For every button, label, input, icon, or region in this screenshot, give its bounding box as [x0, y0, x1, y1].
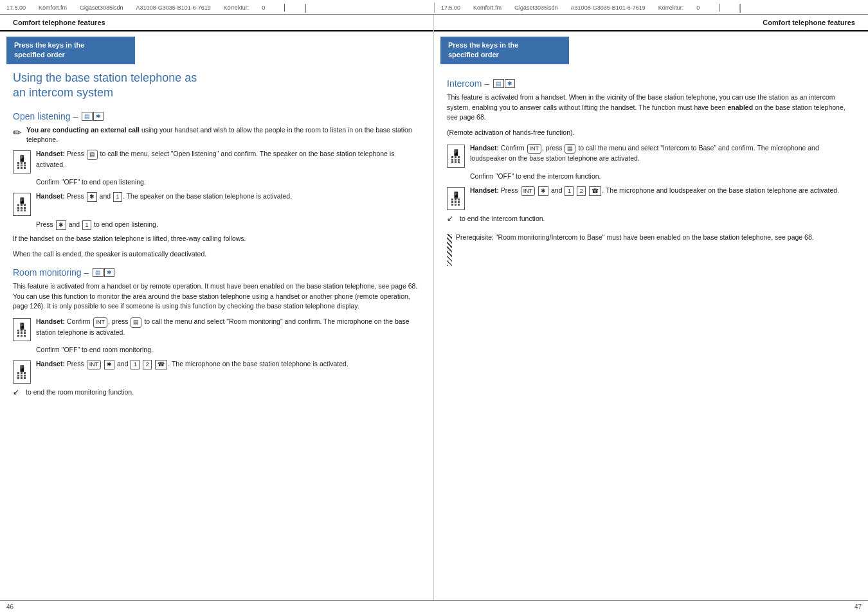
right-version: 17.5.00	[441, 4, 460, 11]
handset-instr-1-row: 📱 Handset: Press ▤ to call the menu, sel…	[13, 149, 420, 173]
room-monitoring-icon: ▤ ✱	[93, 268, 114, 277]
left-korrektur-value: 0	[262, 4, 265, 11]
left-version: 17.5.00	[6, 4, 26, 11]
menu-btn-right-1: ▤	[565, 144, 575, 154]
right-page-number: 47	[854, 603, 862, 610]
end-room-monitoring-row: ↙ to end the room monitoring function.	[13, 387, 420, 398]
key-star-3: ✱	[104, 360, 114, 370]
key-1: 1	[131, 360, 140, 370]
confirm-off-intercom: Confirm "OFF" to end the intercom functi…	[470, 172, 855, 182]
key-star-right-1: ✱	[538, 186, 548, 197]
grid-dots-3	[17, 330, 26, 337]
left-device: Gigaset3035isdn	[80, 4, 123, 11]
room-monitoring-label: Room monitoring –	[13, 267, 89, 278]
intercom-icon: ▤ ✱	[493, 79, 515, 88]
key-mic: ☎	[155, 360, 167, 370]
end-call-icon-1: ↙	[13, 387, 19, 396]
right-device: Gigaset3035isdn	[514, 4, 558, 11]
open-listening-heading: Open listening – ▤ ✱	[13, 111, 420, 121]
handset-icon-3: 📱	[13, 318, 31, 341]
page-right: Comfort telephone features Press the key…	[434, 15, 868, 600]
header-bar: 17.5.00 Komfort.fm Gigaset3035isdn A3100…	[0, 0, 868, 15]
menu-btn-1: ▤	[87, 150, 98, 160]
right-handset-instr-1-row: 📱 Handset: Confirm INT, press ▤ to call …	[447, 143, 855, 168]
right-handset-instr-1-text: Handset: Confirm INT, press ▤ to call th…	[470, 143, 855, 164]
open-listening-intro-text: You are conducting an external call usin…	[26, 125, 420, 146]
open-listening-intro-row: ✏ You are conducting an external call us…	[13, 125, 420, 146]
open-listening-label: Open listening –	[13, 111, 78, 121]
intercom-label: Intercom –	[447, 78, 489, 89]
left-header: 17.5.00 Komfort.fm Gigaset3035isdn A3100…	[0, 3, 434, 13]
right-blue-line2: specified order	[448, 51, 499, 58]
handset-icon-1: 📱	[13, 150, 31, 173]
key-hash-right-1: 1	[565, 186, 574, 197]
right-comfort-heading: Comfort telephone features	[434, 15, 868, 31]
key-hash-2: 1	[82, 220, 91, 231]
prerequisite-text: Prerequisite: "Room monitoring/Intercom …	[456, 233, 855, 243]
right-document: A31008-G3035-B101-6-7619	[571, 4, 646, 11]
handset-instr-1-text: Handset: Press ▤ to call the menu, selec…	[36, 149, 420, 170]
int-btn-2: INT	[87, 360, 102, 370]
end-intercom-row: ↙ to end the intercom function.	[447, 214, 855, 224]
int-btn-right-2: INT	[521, 186, 536, 197]
right-grid-dots-2	[451, 199, 460, 206]
right-comfort-label: Comfort telephone features	[763, 19, 855, 26]
left-page-number: 46	[6, 603, 14, 610]
right-handset-instr-2-row: 📱 Handset: Press INT ✱ and 1 2 ☎. The mi…	[447, 186, 855, 210]
right-pipe-icon: |	[739, 3, 741, 13]
main-content: Comfort telephone features Press the key…	[0, 15, 868, 600]
open-listening-icon: ▤ ✱	[82, 112, 104, 121]
int-btn-1: INT	[93, 317, 108, 328]
right-korrektur-label: Korrektur:	[658, 4, 684, 11]
key-star-1: ✱	[87, 192, 97, 202]
left-comfort-label: Comfort telephone features	[13, 19, 105, 26]
menu-btn-2: ▤	[131, 317, 141, 328]
handset-instr-3-row: 📱 Handset: Confirm INT, press ▤ to call …	[13, 317, 420, 341]
three-way-note: If the handset on the base station telep…	[13, 234, 420, 244]
key-star-2: ✱	[56, 220, 66, 231]
left-filename: Komfort.fm	[39, 4, 67, 11]
when-call-ended: When the call is ended, the speaker is a…	[13, 249, 420, 260]
end-room-monitoring-text: to end the room monitoring function.	[26, 387, 420, 398]
main-title-line1: Using the base station telephone as	[13, 71, 197, 84]
room-monitoring-intro: This feature is activated from a handset…	[13, 281, 420, 312]
right-blue-box: Press the keys in the specified order	[440, 37, 569, 64]
right-filename: Komfort.fm	[473, 4, 502, 11]
footer-left: 46	[6, 603, 434, 610]
pencil-icon: ✏	[13, 127, 21, 139]
int-btn-right-1: INT	[527, 144, 542, 154]
confirm-off-open: Confirm "OFF" to end open listening.	[36, 177, 420, 188]
right-handset-icon-2: 📱	[447, 187, 465, 210]
handset-instr-3-text: Handset: Confirm INT, press ▤ to call th…	[36, 317, 420, 337]
room-monitoring-heading: Room monitoring – ▤ ✱	[13, 267, 420, 278]
left-korrektur-label: Korrektur:	[224, 4, 249, 11]
remote-activation-text: (Remote activation of hands-free functio…	[447, 128, 855, 138]
main-title: Using the base station telephone as an i…	[13, 71, 420, 101]
end-call-icon-2: ↙	[447, 214, 453, 223]
prerequisite-note-box: Prerequisite: "Room monitoring/Intercom …	[447, 233, 855, 266]
press-to-end-open: Press ✱ and 1 to end open listening.	[36, 220, 420, 231]
page-left: Comfort telephone features Press the key…	[0, 15, 434, 600]
note-stripe	[447, 234, 452, 266]
right-handset-icon-1: 📱	[447, 145, 465, 168]
right-blue-line1: Press the keys in the	[448, 41, 518, 49]
left-vline	[284, 4, 285, 12]
confirm-off-room: Confirm "OFF" to end room monitoring.	[36, 345, 420, 355]
key-hash-right-2: 2	[577, 186, 586, 197]
right-korrektur-value: 0	[696, 4, 700, 11]
handset-instr-4-row: 📱 Handset: Press INT ✱ and 1 2 ☎. The mi…	[13, 359, 420, 384]
left-blue-line1: Press the keys in the	[14, 41, 84, 49]
right-handset-instr-2-text: Handset: Press INT ✱ and 1 2 ☎. The micr…	[470, 186, 855, 197]
handset-icon-4: 📱	[13, 360, 31, 384]
handset-instr-2-row: 📱 Handset: Press ✱ and 1. The speaker on…	[13, 191, 420, 216]
grid-dots-2	[17, 204, 26, 211]
left-page-body: Using the base station telephone as an i…	[0, 64, 433, 600]
main-title-line2: an intercom system	[13, 86, 113, 99]
intercom-heading: Intercom – ▤ ✱	[447, 78, 855, 89]
handset-instr-2-text: Handset: Press ✱ and 1. The speaker on t…	[36, 191, 420, 202]
footer-bar: 46 47	[0, 600, 868, 613]
left-blue-line2: specified order	[14, 51, 65, 58]
handset-instr-4-text: Handset: Press INT ✱ and 1 2 ☎. The micr…	[36, 359, 420, 370]
right-vline	[719, 4, 719, 12]
key-mic-right: ☎	[589, 186, 601, 197]
